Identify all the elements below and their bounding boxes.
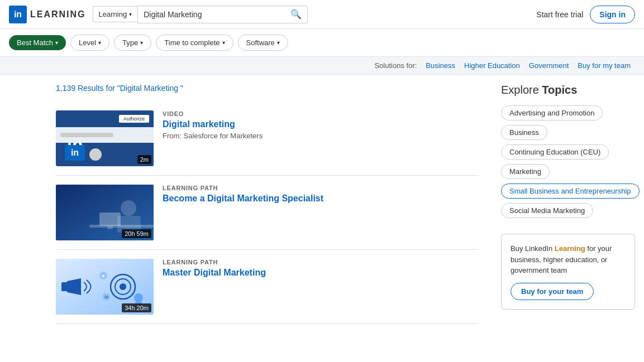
svg-rect-8 [61, 282, 68, 291]
result-subtitle: From: Salesforce for Marketers [163, 132, 479, 140]
result-thumbnail: 20h 59m [56, 185, 154, 240]
search-input-wrap: 🔍 [137, 6, 308, 23]
duration-badge: 2m [137, 155, 151, 164]
result-type: VIDEO [163, 110, 479, 117]
solutions-label: Solutions for: [374, 61, 417, 70]
svg-marker-7 [67, 278, 81, 295]
software-filter[interactable]: Software ▾ [238, 35, 288, 51]
results-section: 1,139 Results for "Digital Marketing " A… [56, 84, 479, 324]
topics-wrap: Advertising and Promotion Business Conti… [501, 105, 635, 223]
result-thumbnail: ♥ ✉ 34h 20m [56, 259, 154, 315]
result-item: ♥ ✉ 34h 20m LEARNING PATH Master Digital… [56, 250, 479, 324]
explore-topics-title: Explore Topics [501, 84, 635, 96]
thumb-decoration: Authorize [119, 115, 149, 123]
topic-tag-social-media[interactable]: Social Media Marketing [501, 203, 593, 218]
svg-rect-4 [99, 213, 121, 226]
promo-text: Buy LinkedIn Learning for your business,… [511, 243, 626, 276]
thumb-decoration [89, 148, 102, 161]
chevron-down-icon: ▾ [129, 11, 132, 17]
best-match-filter[interactable]: Best Match ▾ [9, 35, 66, 50]
results-count: 1,139 Results for "Digital Marketing " [56, 84, 479, 93]
svg-point-1 [121, 200, 136, 216]
chevron-down-icon: ▾ [55, 40, 58, 46]
buy-for-team-button[interactable]: Buy for your team [511, 283, 594, 300]
chevron-down-icon: ▾ [277, 40, 280, 46]
search-input[interactable] [138, 6, 285, 23]
topic-tag-business[interactable]: Business [501, 125, 547, 140]
sidebar: Explore Topics Advertising and Promotion… [501, 84, 635, 324]
logo-wrap: in LEARNING [9, 6, 86, 23]
topic-tag-advertising[interactable]: Advertising and Promotion [501, 105, 603, 120]
main-content: 1,139 Results for "Digital Marketing " A… [0, 75, 644, 324]
result-info: VIDEO Digital marketing From: Salesforce… [163, 110, 479, 140]
topic-tag-small-business[interactable]: Small Business and Entrepreneurship [501, 184, 640, 199]
time-filter[interactable]: Time to complete ▾ [156, 35, 233, 51]
linkedin-logo: in [9, 6, 27, 23]
start-free-trial-link[interactable]: Start free trial [536, 10, 583, 19]
team-promo-card: Buy LinkedIn Learning for your business,… [501, 234, 635, 310]
header: in LEARNING Learning ▾ 🔍 Start free tria… [0, 0, 644, 29]
type-filter[interactable]: Type ▾ [114, 35, 151, 51]
chevron-down-icon: ▾ [140, 40, 143, 46]
topic-tag-marketing[interactable]: Marketing [501, 164, 550, 179]
result-item: 20h 59m LEARNING PATH Become a Digital M… [56, 176, 479, 250]
duration-badge: 20h 59m [122, 229, 151, 238]
result-thumbnail: Authorize in 2m [56, 110, 154, 166]
solutions-government[interactable]: Government [529, 61, 569, 70]
chevron-down-icon: ▾ [222, 40, 225, 46]
result-title[interactable]: Master Digital Marketing [163, 268, 479, 278]
result-item: Authorize in 2m VIDEO Digital marketing … [56, 102, 479, 176]
svg-rect-3 [89, 225, 154, 228]
topic-tag-ceu[interactable]: Continuing Education (CEU) [501, 144, 609, 160]
app-title: LEARNING [30, 9, 86, 20]
svg-point-11 [120, 283, 126, 290]
solutions-business[interactable]: Business [426, 61, 455, 70]
result-title[interactable]: Become a Digital Marketing Specialist [163, 194, 479, 204]
thumb-decoration [56, 127, 154, 143]
thumb-in-logo: in [65, 145, 85, 161]
solutions-higher-education[interactable]: Higher Education [464, 61, 520, 70]
search-wrap: Learning ▾ 🔍 [93, 6, 308, 23]
result-type: LEARNING PATH [163, 185, 479, 191]
chevron-down-icon: ▾ [98, 40, 101, 46]
sign-in-button[interactable]: Sign in [590, 6, 635, 23]
svg-text:✉: ✉ [104, 295, 109, 300]
result-title[interactable]: Digital marketing [163, 119, 479, 129]
result-info: LEARNING PATH Become a Digital Marketing… [163, 185, 479, 206]
svg-rect-5 [107, 226, 113, 229]
result-info: LEARNING PATH Master Digital Marketing [163, 259, 479, 280]
svg-text:♥: ♥ [102, 273, 104, 279]
solutions-buy-for-team[interactable]: Buy for my team [578, 61, 631, 70]
search-category-dropdown[interactable]: Learning ▾ [93, 6, 138, 22]
level-filter[interactable]: Level ▾ [70, 35, 109, 51]
search-icon: 🔍 [290, 9, 302, 19]
solutions-bar: Solutions for: Business Higher Education… [0, 57, 644, 75]
filter-bar: Best Match ▾ Level ▾ Type ▾ Time to comp… [0, 29, 644, 57]
search-button[interactable]: 🔍 [285, 9, 307, 20]
duration-badge: 34h 20m [122, 303, 151, 312]
result-type: LEARNING PATH [163, 259, 479, 266]
